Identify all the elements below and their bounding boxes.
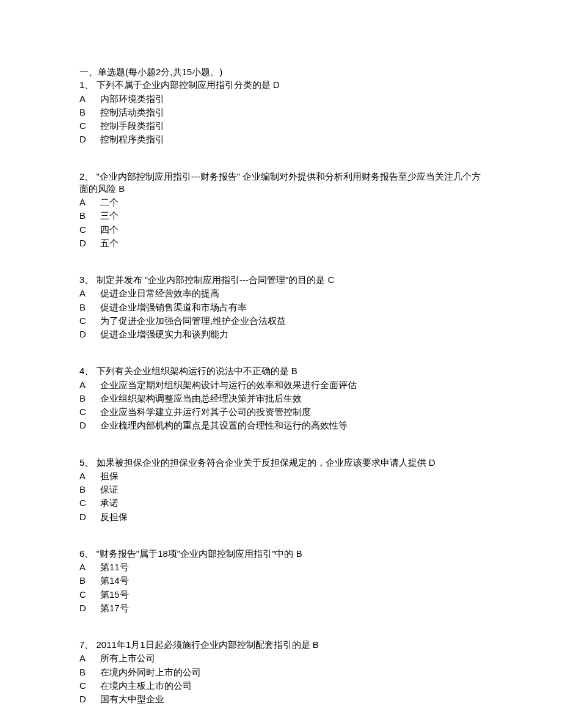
- question-stem: 2、 "企业内部控制应用指引---财务报告" 企业编制对外提供和分析利用财务报告…: [79, 171, 483, 196]
- question-options: A 内部环境类指引 B 控制活动类指引 C 控制手段类指引 D 控制程序类指引: [79, 92, 164, 146]
- option-text: 企业应当定期对组织架构设计与运行的效率和效果进行全面评估: [100, 378, 357, 391]
- option-text: 第17号: [100, 601, 129, 614]
- question-5: 5、 如果被担保企业的担保业务符合企业关于反担保规定的，企业应该要求申请人提供 …: [79, 457, 483, 523]
- option-text: 所有上市公司: [100, 651, 201, 664]
- question-1: 1、 下列不属于企业内部控制应用指引分类的是 D A 内部环境类指引 B 控制活…: [79, 79, 483, 145]
- question-options: A 所有上市公司 B 在境内外同时上市的公司 C 在境内主板上市的公司 D 国有…: [79, 651, 201, 705]
- option-letter: B: [79, 300, 100, 314]
- option-text: 承诺: [100, 496, 128, 509]
- option-text: 促进企业增强硬实力和谈判能力: [100, 327, 286, 340]
- option-text: 国有大中型企业: [100, 692, 201, 705]
- question-stem: 1、 下列不属于企业内部控制应用指引分类的是 D: [79, 79, 483, 91]
- option-letter: C: [79, 678, 100, 692]
- option-c: C 四个: [79, 222, 119, 236]
- document-page: 一、单选题(每小题2分,共15小题。) 1、 下列不属于企业内部控制应用指引分类…: [0, 0, 562, 728]
- section-heading: 一、单选题(每小题2分,共15小题。): [79, 66, 483, 78]
- question-stem: 3、 制定并发布 "企业内部控制应用指引---合同管理"的目的是 C: [79, 274, 483, 286]
- option-text: 企业应当科学建立并运行对其子公司的投资管控制度: [100, 405, 357, 418]
- option-d: D 促进企业增强硬实力和谈判能力: [79, 327, 286, 340]
- option-letter: C: [79, 496, 100, 509]
- option-a: A 所有上市公司: [79, 651, 201, 664]
- question-2: 2、 "企业内部控制应用指引---财务报告" 企业编制对外提供和分析利用财务报告…: [79, 171, 483, 250]
- option-text: 为了促进企业加强合同管理,维护企业合法权益: [100, 314, 286, 327]
- option-text: 担保: [100, 469, 128, 482]
- option-d: D 控制程序类指引: [79, 132, 164, 145]
- option-text: 保证: [100, 482, 128, 496]
- option-letter: A: [79, 560, 100, 573]
- option-d: D 第17号: [79, 601, 129, 614]
- option-text: 内部环境类指引: [100, 92, 164, 105]
- option-text: 企业组织架构调整应当由总经理决策并审批后生效: [100, 391, 357, 405]
- option-b: B 控制活动类指引: [79, 105, 164, 119]
- option-text: 控制程序类指引: [100, 132, 164, 145]
- question-stem: 6、 "财务报告"属于18项"企业内部控制应用指引"中的 B: [79, 548, 483, 560]
- option-text: 控制活动类指引: [100, 105, 164, 119]
- option-text: 三个: [100, 208, 119, 222]
- question-options: A 企业应当定期对组织架构设计与运行的效率和效果进行全面评估 B 企业组织架构调…: [79, 378, 357, 432]
- option-letter: C: [79, 314, 100, 327]
- option-letter: D: [79, 601, 100, 614]
- option-letter: C: [79, 587, 100, 601]
- question-options: A 第11号 B 第14号 C 第15号 D 第17号: [79, 560, 129, 614]
- option-text: 第15号: [100, 587, 129, 601]
- option-c: C 控制手段类指引: [79, 119, 164, 132]
- option-d: D 反担保: [79, 510, 128, 523]
- option-b: B 第14号: [79, 573, 129, 587]
- option-b: B 保证: [79, 482, 128, 496]
- option-d: D 国有大中型企业: [79, 692, 201, 705]
- option-letter: D: [79, 132, 100, 145]
- option-letter: B: [79, 208, 100, 222]
- option-text: 企业梳理内部机构的重点是其设置的合理性和运行的高效性等: [100, 418, 357, 432]
- option-text: 反担保: [100, 510, 128, 523]
- option-d: D 五个: [79, 236, 119, 249]
- option-b: B 企业组织架构调整应当由总经理决策并审批后生效: [79, 391, 357, 405]
- option-letter: A: [79, 195, 100, 208]
- option-letter: C: [79, 222, 100, 236]
- option-text: 促进企业日常经营效率的提高: [100, 286, 286, 300]
- option-text: 控制手段类指引: [100, 119, 164, 132]
- question-options: A 担保 B 保证 C 承诺 D 反担保: [79, 469, 128, 523]
- option-letter: B: [79, 482, 100, 496]
- option-letter: B: [79, 105, 100, 119]
- option-b: B 促进企业增强销售渠道和市场占有率: [79, 300, 286, 314]
- option-a: A 内部环境类指引: [79, 92, 164, 105]
- question-3: 3、 制定并发布 "企业内部控制应用指引---合同管理"的目的是 C A 促进企…: [79, 274, 483, 340]
- question-6: 6、 "财务报告"属于18项"企业内部控制应用指引"中的 B A 第11号 B …: [79, 548, 483, 614]
- option-letter: C: [79, 405, 100, 418]
- option-letter: A: [79, 92, 100, 105]
- option-a: A 促进企业日常经营效率的提高: [79, 286, 286, 300]
- option-a: A 二个: [79, 195, 119, 208]
- option-text: 在境内外同时上市的公司: [100, 665, 201, 678]
- option-letter: B: [79, 573, 100, 587]
- option-a: A 担保: [79, 469, 128, 482]
- option-text: 二个: [100, 195, 119, 208]
- option-letter: A: [79, 651, 100, 664]
- option-a: A 第11号: [79, 560, 129, 573]
- option-text: 促进企业增强销售渠道和市场占有率: [100, 300, 286, 314]
- option-c: C 在境内主板上市的公司: [79, 678, 201, 692]
- option-text: 第14号: [100, 573, 129, 587]
- question-options: A 促进企业日常经营效率的提高 B 促进企业增强销售渠道和市场占有率 C 为了促…: [79, 286, 286, 340]
- option-letter: D: [79, 236, 100, 249]
- option-letter: D: [79, 327, 100, 340]
- question-stem: 4、 下列有关企业组织架构运行的说法中不正确的是 B: [79, 365, 483, 377]
- question-7: 7、 2011年1月1日起必须施行企业内部控制配套指引的是 B A 所有上市公司…: [79, 639, 483, 705]
- option-letter: C: [79, 119, 100, 132]
- option-text: 第11号: [100, 560, 129, 573]
- option-c: C 第15号: [79, 587, 129, 601]
- option-d: D 企业梳理内部机构的重点是其设置的合理性和运行的高效性等: [79, 418, 357, 432]
- question-options: A 二个 B 三个 C 四个 D 五个: [79, 195, 119, 249]
- question-stem: 7、 2011年1月1日起必须施行企业内部控制配套指引的是 B: [79, 639, 483, 651]
- option-letter: B: [79, 391, 100, 405]
- option-c: C 承诺: [79, 496, 128, 509]
- option-a: A 企业应当定期对组织架构设计与运行的效率和效果进行全面评估: [79, 378, 357, 391]
- option-letter: D: [79, 692, 100, 705]
- option-b: B 在境内外同时上市的公司: [79, 665, 201, 678]
- option-letter: D: [79, 510, 100, 523]
- question-stem: 5、 如果被担保企业的担保业务符合企业关于反担保规定的，企业应该要求申请人提供 …: [79, 457, 483, 469]
- option-letter: A: [79, 469, 100, 482]
- option-letter: A: [79, 286, 100, 300]
- option-letter: D: [79, 418, 100, 432]
- option-c: C 企业应当科学建立并运行对其子公司的投资管控制度: [79, 405, 357, 418]
- option-letter: A: [79, 378, 100, 391]
